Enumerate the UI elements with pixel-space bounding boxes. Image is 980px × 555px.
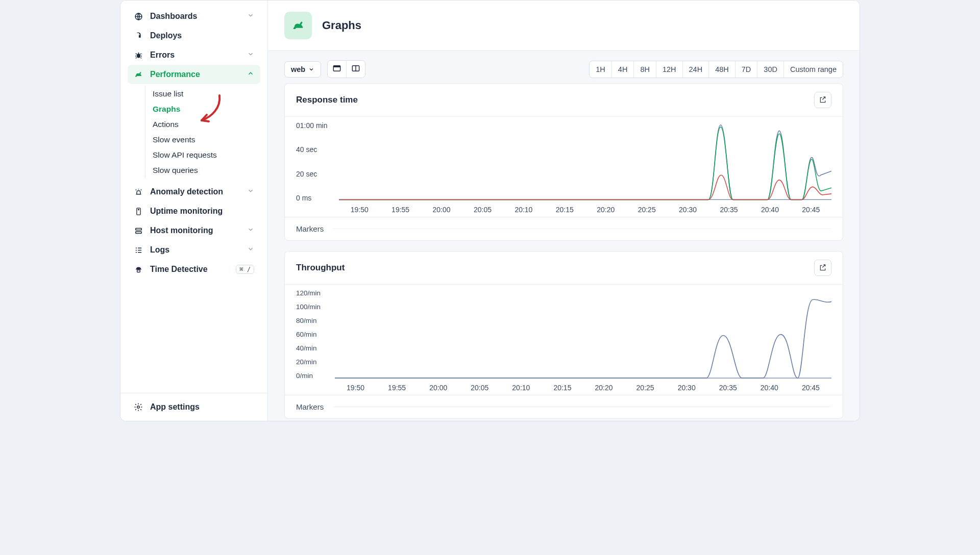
sidebar-item-performance[interactable]: Performance — [128, 65, 260, 84]
svg-point-1 — [139, 34, 140, 35]
chevron-down-icon — [247, 12, 254, 21]
detective-icon — [134, 265, 143, 274]
time-range-4h[interactable]: 4H — [611, 61, 634, 78]
sidebar-item-label: Deploys — [150, 31, 182, 40]
time-range-7d[interactable]: 7D — [735, 61, 757, 78]
main-content: Graphs web 1H 4H 8H 12H 24H 48H — [268, 1, 860, 421]
server-icon — [134, 207, 143, 216]
chart-plot[interactable] — [339, 122, 831, 201]
sidebar-item-time-detective[interactable]: Time Detective ⌘ / — [128, 260, 260, 279]
gear-icon — [134, 402, 143, 412]
chevron-down-icon — [308, 66, 314, 72]
y-tick: 100/min — [296, 304, 335, 311]
subitem-graphs[interactable]: Graphs — [153, 102, 260, 117]
subitem-slow-queries[interactable]: Slow queries — [153, 163, 260, 178]
keyboard-shortcut: ⌘ / — [236, 265, 254, 274]
x-axis: 19:50 19:55 20:00 20:05 20:10 20:15 20:2… — [296, 206, 831, 214]
subitem-slow-events[interactable]: Slow events — [153, 132, 260, 147]
layout-single-button[interactable] — [328, 61, 346, 78]
x-tick: 20:30 — [666, 384, 707, 392]
charts-area: Response time 01:00 min 40 sec 20 sec 0 … — [268, 83, 860, 421]
scope-selector[interactable]: web — [284, 61, 321, 78]
sidebar-item-anomaly-detection[interactable]: Anomaly detection — [128, 182, 260, 201]
sidebar-item-label: Time Detective — [150, 265, 208, 274]
svg-point-4 — [138, 209, 139, 210]
x-tick: 20:10 — [500, 384, 542, 392]
export-button[interactable] — [814, 260, 831, 276]
y-tick: 80/min — [296, 317, 335, 324]
subitem-slow-api-requests[interactable]: Slow API requests — [153, 147, 260, 163]
svg-rect-6 — [135, 231, 141, 233]
time-range-custom[interactable]: Custom range — [783, 61, 843, 78]
globe-icon — [134, 12, 143, 21]
chevron-down-icon — [247, 226, 254, 235]
card-header: Response time — [285, 84, 843, 117]
sidebar-item-dashboards[interactable]: Dashboards — [128, 7, 260, 26]
sidebar-item-errors[interactable]: Errors — [128, 45, 260, 65]
card-title: Response time — [296, 95, 358, 105]
x-tick: 20:05 — [459, 384, 500, 392]
sidebar-item-uptime-monitoring[interactable]: Uptime monitoring — [128, 201, 260, 221]
chevron-down-icon — [247, 187, 254, 196]
sidebar-item-label: Logs — [150, 245, 169, 255]
svg-rect-10 — [334, 66, 340, 67]
page-title: Graphs — [322, 19, 361, 32]
x-tick: 20:45 — [791, 206, 831, 214]
export-button[interactable] — [814, 92, 831, 108]
app-settings-label: App settings — [150, 402, 200, 412]
x-tick: 20:15 — [542, 384, 583, 392]
x-tick: 20:00 — [421, 206, 462, 214]
sidebar-item-logs[interactable]: Logs — [128, 240, 260, 260]
chart-plot[interactable] — [335, 290, 831, 380]
y-tick: 40/min — [296, 345, 335, 352]
y-tick: 0/min — [296, 372, 335, 380]
markers-label: Markers — [296, 224, 324, 233]
sidebar-item-deploys[interactable]: Deploys — [128, 26, 260, 45]
time-range-12h[interactable]: 12H — [656, 61, 682, 78]
x-tick: 19:50 — [335, 384, 376, 392]
sidebar-item-host-monitoring[interactable]: Host monitoring — [128, 221, 260, 240]
card-response-time: Response time 01:00 min 40 sec 20 sec 0 … — [284, 83, 843, 241]
subitem-actions[interactable]: Actions — [153, 117, 260, 132]
x-axis: 19:50 19:55 20:00 20:05 20:10 20:15 20:2… — [296, 384, 831, 392]
layout-split-button[interactable] — [346, 61, 365, 78]
svg-rect-7 — [137, 270, 140, 272]
time-range-24h[interactable]: 24H — [682, 61, 709, 78]
x-tick: 20:35 — [708, 206, 749, 214]
chevron-down-icon — [247, 245, 254, 255]
x-tick: 20:25 — [625, 384, 666, 392]
svg-point-2 — [136, 53, 140, 58]
stack-icon — [134, 226, 143, 235]
siren-icon — [134, 188, 143, 196]
chart-body: 120/min 100/min 80/min 60/min 40/min 20/… — [285, 285, 843, 395]
layout-toggle — [327, 60, 365, 78]
time-range-48h[interactable]: 48H — [708, 61, 735, 78]
markers-label: Markers — [296, 402, 324, 411]
x-tick: 20:40 — [749, 384, 790, 392]
page-icon-rabbit — [284, 12, 312, 39]
sidebar-item-app-settings[interactable]: App settings — [120, 393, 267, 421]
x-tick: 20:40 — [749, 206, 790, 214]
layout-split-icon — [352, 65, 360, 72]
x-tick: 20:15 — [544, 206, 585, 214]
x-tick: 20:20 — [585, 206, 626, 214]
card-throughput: Throughput 120/min 100/min 80/min 60/min… — [284, 251, 843, 419]
time-range-1h[interactable]: 1H — [590, 61, 611, 78]
sidebar: Dashboards Deploys Errors — [120, 1, 268, 421]
subitem-issue-list[interactable]: Issue list — [153, 86, 260, 102]
layout-single-icon — [333, 65, 341, 72]
x-tick: 20:45 — [790, 384, 831, 392]
y-axis: 01:00 min 40 sec 20 sec 0 ms — [296, 122, 339, 201]
time-range-selector: 1H 4H 8H 12H 24H 48H 7D 30D Custom range — [589, 61, 843, 78]
svg-point-8 — [137, 406, 140, 409]
x-tick: 19:55 — [376, 384, 418, 392]
markers-track — [333, 229, 831, 229]
time-range-30d[interactable]: 30D — [757, 61, 783, 78]
performance-submenu: Issue list Graphs Actions Slow events Sl… — [145, 86, 260, 178]
export-icon — [819, 96, 827, 104]
sidebar-item-label: Host monitoring — [150, 226, 213, 235]
sidebar-item-label: Errors — [150, 51, 175, 60]
card-footer: Markers — [285, 395, 843, 418]
time-range-8h[interactable]: 8H — [633, 61, 656, 78]
y-axis: 120/min 100/min 80/min 60/min 40/min 20/… — [296, 290, 335, 380]
